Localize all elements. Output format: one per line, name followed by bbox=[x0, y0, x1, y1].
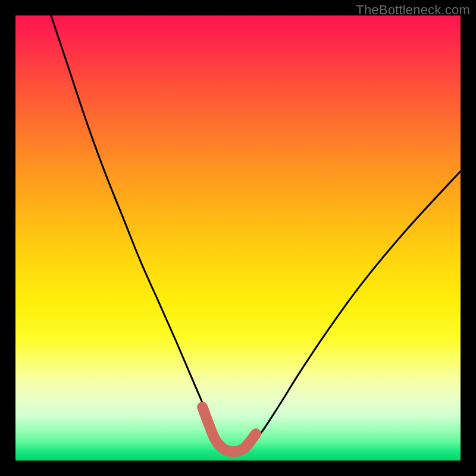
chart-frame: TheBottleneck.com bbox=[0, 0, 476, 476]
curve-layer bbox=[15, 15, 461, 461]
bottleneck-curve bbox=[51, 15, 461, 453]
min-region-markers bbox=[202, 407, 256, 452]
plot-inner bbox=[15, 15, 461, 461]
min-band bbox=[202, 407, 256, 452]
plot-area bbox=[15, 15, 461, 461]
watermark-text: TheBottleneck.com bbox=[356, 2, 470, 18]
